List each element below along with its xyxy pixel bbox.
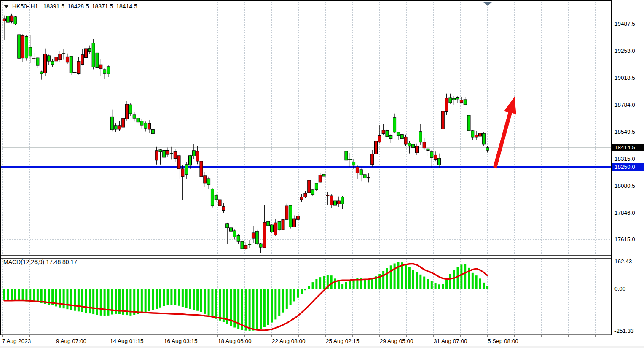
macd-axis-label: -251.33	[614, 328, 634, 335]
symbol-dropdown-icon[interactable]	[3, 5, 9, 8]
quote-close: 18414.5	[116, 3, 137, 10]
price-axis-label: 18315.0	[614, 156, 635, 162]
price-axis-label: 18549.5	[614, 129, 635, 135]
quote-low: 18371.5	[92, 3, 113, 10]
quote-open: 18391.5	[43, 3, 64, 10]
price-axis-label: 17615.0	[614, 236, 635, 243]
macd-axis-label: 0.00	[614, 286, 625, 292]
time-axis-label: 16 Aug 03:15	[164, 338, 198, 344]
macd-axis-label: 162.43	[614, 258, 632, 265]
price-axis-label: 18784.0	[614, 102, 635, 108]
current-bar-marker-icon	[483, 2, 492, 6]
price-axis-label: 19018.5	[614, 75, 635, 81]
time-axis-label: 5 Sep 08:00	[488, 338, 518, 344]
time-axis-label: 31 Aug 07:00	[434, 338, 467, 344]
quote-bar: HK50-,H118391.518428.518371.518414.5	[3, 3, 140, 10]
chart-canvas[interactable]	[0, 0, 644, 348]
quote-high: 18428.5	[67, 3, 89, 10]
price-axis-label: 19487.5	[614, 21, 635, 27]
time-axis-label: 25 Aug 02:15	[326, 338, 360, 344]
symbol-period-label: HK50-,H1	[12, 3, 38, 10]
candles-layer	[3, 14, 489, 253]
time-axis-label: 22 Aug 08:00	[272, 338, 306, 344]
time-axis-label: 14 Aug 01:15	[110, 338, 144, 344]
trend-arrow[interactable]	[495, 97, 516, 168]
macd-indicator-label: MACD(12,26,9) 17.48 80.17	[3, 259, 77, 265]
price-axis-label: 18080.5	[614, 183, 635, 189]
macd-histogram-layer	[3, 262, 489, 331]
price-axis-label: 19253.0	[614, 48, 635, 54]
time-axis-label: 18 Aug 06:00	[218, 338, 252, 344]
time-axis-label: 9 Aug 07:00	[56, 338, 86, 344]
time-axis-label: 7 Aug 2023	[2, 338, 31, 344]
price-axis-label: 17846.0	[614, 210, 635, 216]
support-price-tag: 18250.0	[612, 163, 644, 171]
chart-window: HK50-,H118391.518428.518371.518414.5 MAC…	[0, 0, 644, 348]
current-price-tag: 18414.5	[612, 144, 644, 151]
time-axis-label: 29 Aug 05:00	[380, 338, 413, 344]
